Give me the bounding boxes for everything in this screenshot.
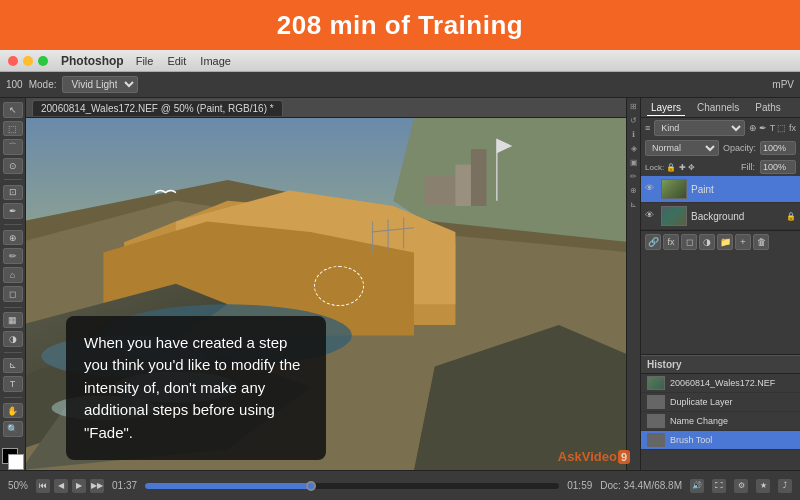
path-icon[interactable]: ⊾ bbox=[629, 200, 639, 210]
left-toolbar: ↖ ⬚ ⌒ ⊙ ⊡ ✒ ⊕ ✏ ⌂ ◻ ▦ ◑ ⊾ T ✋ 🔍 bbox=[0, 98, 26, 470]
brush-icon[interactable]: ✏ bbox=[629, 172, 639, 182]
layer-name-paint: Paint bbox=[691, 184, 714, 195]
prev-frame-btn[interactable]: ◀ bbox=[54, 479, 68, 493]
tool-divider-4 bbox=[4, 352, 22, 353]
mac-bar: Photoshop File Edit Image bbox=[0, 50, 800, 72]
history-thumb-0 bbox=[647, 376, 665, 390]
gradient-tool[interactable]: ▦ bbox=[3, 312, 23, 328]
fullscreen-btn[interactable]: ⛶ bbox=[712, 479, 726, 493]
opacity-input[interactable] bbox=[760, 141, 796, 155]
swatches-icon[interactable]: ▣ bbox=[629, 158, 639, 168]
history-label-0: 20060814_Wales172.NEF bbox=[670, 378, 775, 388]
history-thumb-1 bbox=[647, 395, 665, 409]
menu-edit[interactable]: Edit bbox=[167, 55, 186, 67]
star-btn[interactable]: ★ bbox=[756, 479, 770, 493]
time-right: 01:59 bbox=[567, 480, 592, 491]
layers-btn-row: 🔗 fx ◻ ◑ 📁 + 🗑 bbox=[641, 230, 800, 252]
eye-icon-paint[interactable]: 👁 bbox=[645, 183, 657, 195]
volume-btn[interactable]: 🔊 bbox=[690, 479, 704, 493]
layer-item-paint[interactable]: 👁 Paint bbox=[641, 176, 800, 203]
menu-bar: File Edit Image bbox=[136, 55, 231, 67]
history-label-3: Brush Tool bbox=[670, 435, 712, 445]
menu-file[interactable]: File bbox=[136, 55, 154, 67]
link-layers-btn[interactable]: 🔗 bbox=[645, 234, 661, 250]
quick-select-tool[interactable]: ⊙ bbox=[3, 158, 23, 174]
maximize-button[interactable] bbox=[38, 56, 48, 66]
layers-panel: Layers Channels Paths ≡ Kind ⊕ ✒ T ⬚ fx … bbox=[641, 98, 800, 355]
tab-layers[interactable]: Layers bbox=[647, 100, 685, 116]
doc-size: Doc: 34.4M/68.8M bbox=[600, 480, 682, 491]
tool-divider-3 bbox=[4, 307, 22, 308]
tool-divider-1 bbox=[4, 179, 22, 180]
history-thumb-3 bbox=[647, 433, 665, 447]
new-layer-btn[interactable]: + bbox=[735, 234, 751, 250]
filter-icons: ⊕ ✒ T ⬚ fx bbox=[749, 123, 796, 133]
minimize-button[interactable] bbox=[23, 56, 33, 66]
create-fill-btn[interactable]: ◑ bbox=[699, 234, 715, 250]
add-mask-btn[interactable]: ◻ bbox=[681, 234, 697, 250]
lock-badge: 🔒 bbox=[786, 212, 796, 221]
progress-fill bbox=[145, 483, 311, 489]
tool-divider-2 bbox=[4, 224, 22, 225]
history-item-2[interactable]: Name Change bbox=[641, 412, 800, 431]
eyedropper-tool[interactable]: ✒ bbox=[3, 203, 23, 219]
caption-box: When you have created a step you think y… bbox=[66, 316, 326, 461]
workspace: ↖ ⬚ ⌒ ⊙ ⊡ ✒ ⊕ ✏ ⌂ ◻ ▦ ◑ ⊾ T ✋ 🔍 20060814… bbox=[0, 98, 800, 470]
toolbar-right: mPV bbox=[772, 79, 794, 90]
skip-start-btn[interactable]: ⏮ bbox=[36, 479, 50, 493]
history-item-1[interactable]: Duplicate Layer bbox=[641, 393, 800, 412]
opacity-label: Opacity: bbox=[723, 143, 756, 153]
add-style-btn[interactable]: fx bbox=[663, 234, 679, 250]
eraser-tool[interactable]: ◻ bbox=[3, 286, 23, 302]
layers-filter-row: ≡ Kind ⊕ ✒ T ⬚ fx bbox=[641, 118, 800, 138]
brush-tool[interactable]: ✏ bbox=[3, 248, 23, 264]
progress-handle[interactable] bbox=[306, 481, 316, 491]
color-icon[interactable]: ◈ bbox=[629, 144, 639, 154]
move-tool[interactable]: ↖ bbox=[3, 102, 23, 118]
blend-mode-row: Normal Opacity: bbox=[641, 138, 800, 158]
close-button[interactable] bbox=[8, 56, 18, 66]
mode-label: Mode: bbox=[29, 79, 57, 90]
canvas-tab[interactable]: 20060814_Wales172.NEF @ 50% (Paint, RGB/… bbox=[32, 100, 283, 116]
play-btn[interactable]: ▶ bbox=[72, 479, 86, 493]
layer-item-background[interactable]: 👁 Background 🔒 bbox=[641, 203, 800, 230]
menu-image[interactable]: Image bbox=[200, 55, 231, 67]
tab-channels[interactable]: Channels bbox=[693, 100, 743, 115]
hand-tool[interactable]: ✋ bbox=[3, 403, 23, 419]
history-icon[interactable]: ↺ bbox=[629, 116, 639, 126]
text-tool[interactable]: T bbox=[3, 376, 23, 392]
marquee-tool[interactable]: ⬚ bbox=[3, 121, 23, 137]
clone-icon[interactable]: ⊕ bbox=[629, 186, 639, 196]
askvideo-watermark: AskVideo9 bbox=[558, 449, 630, 464]
layer-filter-select[interactable]: Kind bbox=[654, 120, 745, 136]
lock-fill-row: Lock: 🔒 ✚ ✥ Fill: bbox=[641, 158, 800, 176]
crop-tool[interactable]: ⊡ bbox=[3, 185, 23, 201]
background-color[interactable] bbox=[8, 454, 24, 470]
next-frame-btn[interactable]: ▶▶ bbox=[90, 479, 104, 493]
zoom-tool[interactable]: 🔍 bbox=[3, 421, 23, 437]
history-thumb-2 bbox=[647, 414, 665, 428]
new-group-btn[interactable]: 📁 bbox=[717, 234, 733, 250]
askvideo-text: AskVideo bbox=[558, 449, 617, 464]
lasso-tool[interactable]: ⌒ bbox=[3, 139, 23, 155]
fill-input[interactable] bbox=[760, 160, 796, 174]
fill-label: Fill: bbox=[741, 162, 755, 172]
share-btn[interactable]: ⤴ bbox=[778, 479, 792, 493]
settings-btn[interactable]: ⚙ bbox=[734, 479, 748, 493]
history-item-0[interactable]: 20060814_Wales172.NEF bbox=[641, 374, 800, 393]
healing-brush-tool[interactable]: ⊕ bbox=[3, 230, 23, 246]
eye-icon-bg[interactable]: 👁 bbox=[645, 210, 657, 222]
progress-bar[interactable] bbox=[145, 483, 559, 489]
delete-layer-btn[interactable]: 🗑 bbox=[753, 234, 769, 250]
blend-mode-select[interactable]: Vivid Light bbox=[62, 76, 138, 93]
canvas-area: 20060814_Wales172.NEF @ 50% (Paint, RGB/… bbox=[26, 98, 626, 470]
dodge-tool[interactable]: ◑ bbox=[3, 331, 23, 347]
panel-toggle-icon[interactable]: ⊞ bbox=[629, 102, 639, 112]
info-icon[interactable]: ℹ bbox=[629, 130, 639, 140]
lock-label: Lock: 🔒 ✚ ✥ bbox=[645, 163, 695, 172]
tab-paths[interactable]: Paths bbox=[751, 100, 785, 115]
pen-tool[interactable]: ⊾ bbox=[3, 358, 23, 374]
clone-tool[interactable]: ⌂ bbox=[3, 267, 23, 283]
history-item-3[interactable]: Brush Tool bbox=[641, 431, 800, 450]
layer-blend-mode[interactable]: Normal bbox=[645, 140, 719, 156]
